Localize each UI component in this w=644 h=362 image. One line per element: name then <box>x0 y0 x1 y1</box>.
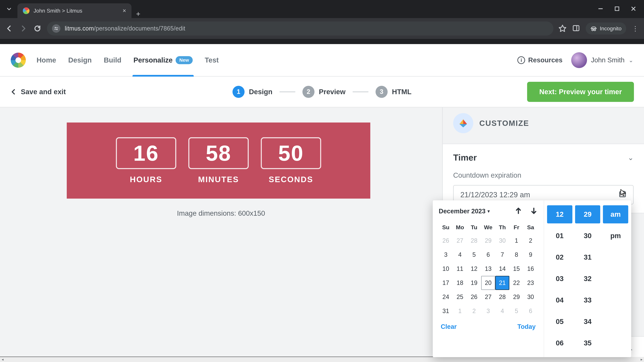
calendar-clear-button[interactable]: Clear <box>441 323 457 330</box>
calendar-day[interactable]: 14 <box>495 262 509 276</box>
time-hour-option[interactable]: 06 <box>547 334 572 352</box>
calendar-day[interactable]: 20 <box>481 276 495 290</box>
time-ampm-option[interactable]: pm <box>603 227 628 245</box>
calendar-day[interactable]: 1 <box>509 234 524 248</box>
browser-menu-icon[interactable]: ⋮ <box>632 25 639 32</box>
calendar-day[interactable]: 31 <box>439 304 453 318</box>
calendar-day[interactable]: 15 <box>509 262 524 276</box>
calendar-day[interactable]: 29 <box>509 290 524 304</box>
calendar-day[interactable]: 28 <box>495 290 509 304</box>
next-month-button[interactable] <box>530 207 538 215</box>
time-hour-option[interactable]: 01 <box>547 227 572 245</box>
window-maximize-icon[interactable] <box>614 5 620 12</box>
weekday-header: Mo <box>453 221 467 234</box>
step-design[interactable]: 1Design <box>232 86 272 98</box>
calendar-day: 28 <box>467 234 481 248</box>
calendar-day[interactable]: 3 <box>439 248 453 262</box>
calendar-day[interactable]: 16 <box>524 262 538 276</box>
calendar-day[interactable]: 12 <box>467 262 481 276</box>
window-close-icon[interactable] <box>630 5 636 12</box>
next-preview-button[interactable]: Next: Preview your timer <box>527 82 634 102</box>
calendar-day[interactable]: 9 <box>524 248 538 262</box>
scroll-right-icon[interactable]: ▸ <box>639 357 644 362</box>
nav-item-build[interactable]: Build <box>104 44 122 76</box>
editor-toolbar: Save and exit 1Design2Preview3HTML Next:… <box>0 77 644 107</box>
bookmark-star-icon[interactable] <box>558 24 566 33</box>
weekday-header: We <box>481 221 495 234</box>
tab-search-dropdown[interactable] <box>4 4 14 14</box>
calendar-day[interactable]: 24 <box>439 290 453 304</box>
accordion-timer-header[interactable]: Timer ⌄ <box>453 152 634 163</box>
browser-tab[interactable]: John Smith > Litmus × <box>18 3 132 18</box>
time-hour-option[interactable]: 02 <box>547 248 572 266</box>
calendar-today-button[interactable]: Today <box>518 323 536 330</box>
address-bar[interactable]: litmus.com/personalize/documents/7865/ed… <box>47 21 554 35</box>
time-hour-option[interactable]: 04 <box>547 291 572 309</box>
chevron-down-icon: ▾ <box>488 209 490 214</box>
customize-sidebar: CUSTOMIZE Timer ⌄ Countdown expiration 2… <box>443 107 644 357</box>
month-year-selector[interactable]: December 2023▾ <box>439 208 490 215</box>
time-minute-option[interactable]: 33 <box>575 291 600 309</box>
calendar-day[interactable]: 27 <box>481 290 495 304</box>
site-settings-icon[interactable] <box>52 24 60 33</box>
time-ampm-option[interactable]: am <box>603 205 628 223</box>
calendar-day[interactable]: 11 <box>453 262 467 276</box>
resources-link[interactable]: i Resources <box>518 56 562 64</box>
close-tab-icon[interactable]: × <box>122 8 126 14</box>
calendar-day[interactable]: 5 <box>467 248 481 262</box>
calendar-day[interactable]: 13 <box>481 262 495 276</box>
svg-marker-18 <box>460 124 467 127</box>
calendar-day[interactable]: 6 <box>481 248 495 262</box>
step-label: Preview <box>319 88 346 96</box>
nav-item-test[interactable]: Test <box>205 44 219 76</box>
svg-rect-9 <box>573 26 579 31</box>
time-minute-option[interactable]: 29 <box>575 205 600 223</box>
user-name: John Smith <box>591 56 624 64</box>
step-html[interactable]: 3HTML <box>376 86 412 98</box>
time-minute-option[interactable]: 30 <box>575 227 600 245</box>
calendar-day[interactable]: 30 <box>524 290 538 304</box>
step-preview[interactable]: 2Preview <box>302 86 346 98</box>
side-panel-icon[interactable] <box>572 24 580 33</box>
nav-item-design[interactable]: Design <box>68 44 92 76</box>
calendar-day[interactable]: 21 <box>495 276 509 290</box>
calendar-day[interactable]: 7 <box>495 248 509 262</box>
save-and-exit-button[interactable]: Save and exit <box>10 88 66 96</box>
nav-item-personalize[interactable]: PersonalizeNew <box>134 44 193 76</box>
svg-marker-17 <box>463 119 467 124</box>
time-minute-option[interactable]: 34 <box>575 313 600 331</box>
app-logo-icon[interactable] <box>11 53 26 68</box>
calendar-day[interactable]: 22 <box>509 276 524 290</box>
time-minute-option[interactable]: 31 <box>575 248 600 266</box>
horizontal-scrollbar[interactable]: ◂ ▸ <box>0 357 644 362</box>
incognito-badge[interactable]: Incognito <box>586 22 626 34</box>
step-label: Design <box>249 88 272 96</box>
calendar-day: 27 <box>453 234 467 248</box>
time-minute-option[interactable]: 32 <box>575 270 600 288</box>
calendar-day[interactable]: 19 <box>467 276 481 290</box>
nav-item-home[interactable]: Home <box>36 44 56 76</box>
calendar-day[interactable]: 26 <box>467 290 481 304</box>
calendar-day[interactable]: 18 <box>453 276 467 290</box>
time-hour-option[interactable]: 03 <box>547 270 572 288</box>
new-tab-button[interactable]: + <box>132 10 145 18</box>
browser-back-button[interactable] <box>5 24 14 33</box>
time-hour-option[interactable]: 05 <box>547 313 572 331</box>
time-minute-option[interactable]: 35 <box>575 334 600 352</box>
calendar-icon[interactable] <box>619 190 626 199</box>
chevron-down-icon: ⌄ <box>628 57 633 63</box>
calendar-day[interactable]: 2 <box>524 234 538 248</box>
calendar-day[interactable]: 25 <box>453 290 467 304</box>
browser-reload-button[interactable] <box>33 24 42 33</box>
calendar-day[interactable]: 23 <box>524 276 538 290</box>
scroll-left-icon[interactable]: ◂ <box>0 357 5 362</box>
user-menu[interactable]: John Smith ⌄ <box>571 52 633 68</box>
calendar-day[interactable]: 4 <box>453 248 467 262</box>
window-minimize-icon[interactable] <box>598 5 604 12</box>
calendar-day[interactable]: 10 <box>439 262 453 276</box>
calendar-day[interactable]: 17 <box>439 276 453 290</box>
browser-forward-button[interactable] <box>19 24 28 33</box>
calendar-day[interactable]: 8 <box>509 248 524 262</box>
prev-month-button[interactable] <box>514 207 522 215</box>
time-hour-option[interactable]: 12 <box>547 205 572 223</box>
